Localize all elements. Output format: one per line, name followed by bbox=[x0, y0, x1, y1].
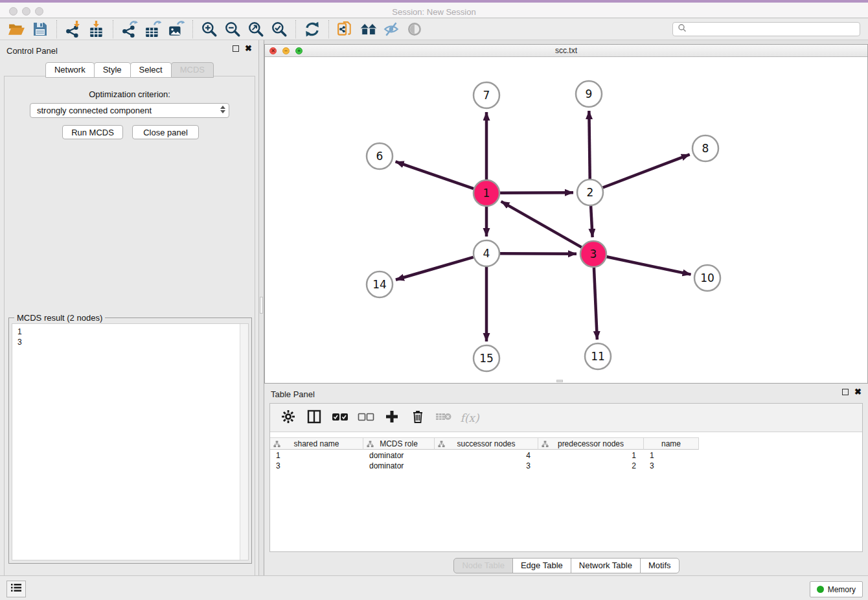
zoom-in-button[interactable] bbox=[198, 19, 221, 39]
panel-divider[interactable] bbox=[259, 40, 264, 575]
graph-edge-3-1[interactable] bbox=[501, 202, 582, 248]
table-settings-button[interactable] bbox=[280, 410, 296, 426]
column-header-name[interactable]: name bbox=[644, 437, 699, 450]
delete-table-button[interactable] bbox=[436, 410, 451, 426]
create-column-button[interactable] bbox=[384, 410, 400, 426]
graph-edge-4-3[interactable] bbox=[500, 253, 577, 254]
zoom-out-button[interactable] bbox=[221, 19, 244, 39]
graph-node-label: 3 bbox=[590, 248, 597, 260]
graph-edge-3-11[interactable] bbox=[594, 268, 597, 340]
zoom-fit-button[interactable] bbox=[244, 19, 268, 39]
column-header-successor-nodes[interactable]: successor nodes bbox=[435, 437, 538, 450]
table-tabs: Node TableEdge TableNetwork TableMotifs bbox=[264, 558, 868, 573]
tab-mcds[interactable]: MCDS bbox=[171, 62, 214, 78]
zoom-out-icon bbox=[224, 21, 241, 38]
hide-selected-button[interactable] bbox=[380, 19, 404, 39]
tab-edge-table[interactable]: Edge Table bbox=[512, 558, 571, 573]
import-table-button[interactable] bbox=[85, 19, 108, 39]
panel-divider-handle[interactable] bbox=[260, 297, 263, 314]
tab-node-table[interactable]: Node Table bbox=[453, 558, 513, 573]
search-icon bbox=[677, 23, 687, 36]
select-all-rows-button[interactable] bbox=[332, 410, 348, 426]
graph-node-label: 2 bbox=[587, 186, 594, 199]
column-header-MCDS-role[interactable]: MCDS role bbox=[363, 437, 435, 450]
control-panel: Control Panel ✖ NetworkStyleSelectMCDS O… bbox=[0, 40, 259, 575]
table-row[interactable]: 1dominator411 bbox=[270, 450, 862, 461]
task-history-button[interactable] bbox=[6, 581, 26, 597]
column-label: MCDS role bbox=[380, 439, 418, 448]
zoom-selected-button[interactable] bbox=[268, 19, 291, 39]
network-window-titlebar[interactable]: ✕ − + scc.txt bbox=[265, 45, 867, 57]
tab-select[interactable]: Select bbox=[130, 62, 172, 78]
mcds-result-box: MCDS result (2 nodes) 13 bbox=[8, 317, 252, 564]
save-icon bbox=[32, 21, 48, 37]
mcds-result-title: MCDS result (2 nodes) bbox=[14, 313, 105, 323]
tab-network-table[interactable]: Network Table bbox=[571, 558, 641, 573]
columns-icon bbox=[307, 410, 321, 426]
open-session-button[interactable] bbox=[5, 19, 29, 39]
eye-slash-icon bbox=[383, 21, 400, 38]
column-header-predecessor-nodes[interactable]: predecessor nodes bbox=[538, 437, 644, 450]
memory-button[interactable]: Memory bbox=[810, 581, 863, 597]
refresh-button[interactable] bbox=[301, 19, 324, 39]
close-panel-icon[interactable]: ✖ bbox=[854, 389, 862, 395]
table-body: 1dominator4113dominator323 bbox=[270, 450, 862, 551]
graph-node-label: 6 bbox=[376, 150, 383, 163]
table-toolbar: f(x) bbox=[270, 404, 862, 432]
home-icon bbox=[360, 21, 378, 37]
table-row[interactable]: 3dominator323 bbox=[270, 461, 862, 471]
result-scrollbar[interactable] bbox=[240, 324, 248, 560]
export-network-button[interactable] bbox=[118, 19, 141, 39]
export-image-button[interactable] bbox=[165, 19, 188, 39]
checked-boxes-icon bbox=[332, 411, 348, 424]
run-mcds-button[interactable]: Run MCDS bbox=[62, 125, 123, 139]
network-canvas[interactable]: 7968124314101511 bbox=[265, 57, 867, 383]
function-builder-button[interactable]: f(x) bbox=[462, 410, 477, 426]
graph-edge-1-2[interactable] bbox=[500, 192, 573, 193]
graph-node-label: 7 bbox=[483, 89, 490, 102]
tab-style[interactable]: Style bbox=[94, 62, 131, 78]
status-bar: Memory bbox=[0, 575, 868, 600]
float-panel-icon[interactable] bbox=[842, 389, 849, 395]
import-network-button[interactable] bbox=[62, 19, 85, 39]
toolbar-separator bbox=[113, 20, 113, 38]
column-header-shared-name[interactable]: shared name bbox=[270, 437, 363, 450]
dropdown-value: strongly connected component bbox=[37, 106, 152, 115]
cell-predecessor-nodes: 2 bbox=[538, 461, 644, 471]
graph-node-label: 9 bbox=[586, 87, 593, 100]
search-input[interactable] bbox=[687, 25, 860, 34]
home-layout-button[interactable] bbox=[357, 19, 380, 39]
save-session-button[interactable] bbox=[29, 19, 52, 39]
optimization-criterion-select[interactable]: strongly connected component bbox=[30, 103, 229, 118]
cell-successor-nodes: 4 bbox=[435, 450, 538, 461]
graph-edge-4-14[interactable] bbox=[396, 257, 474, 280]
export-table-button[interactable] bbox=[141, 19, 165, 39]
graph-edge-3-10[interactable] bbox=[607, 257, 691, 274]
memory-status-icon bbox=[817, 586, 824, 593]
network-window-title: scc.txt bbox=[265, 45, 867, 56]
toolbar-separator bbox=[295, 20, 296, 38]
graph-edge-2-3[interactable] bbox=[591, 206, 593, 237]
mcds-result-list[interactable]: 13 bbox=[12, 323, 249, 560]
canvas-resize-handle[interactable] bbox=[556, 380, 563, 382]
tab-motifs[interactable]: Motifs bbox=[640, 558, 680, 573]
tab-network[interactable]: Network bbox=[45, 62, 95, 78]
search-field[interactable] bbox=[672, 22, 860, 36]
close-panel-button[interactable]: Close panel bbox=[132, 125, 199, 139]
show-column-panel-button[interactable] bbox=[306, 410, 322, 426]
close-panel-icon[interactable]: ✖ bbox=[245, 45, 252, 52]
delete-column-button[interactable] bbox=[410, 410, 426, 426]
network-graph[interactable]: 7968124314101511 bbox=[265, 57, 867, 383]
toolbar-separator bbox=[192, 20, 193, 38]
deselect-all-rows-button[interactable] bbox=[358, 410, 374, 426]
cell-MCDS-role: dominator bbox=[363, 461, 435, 471]
graph-edge-2-8[interactable] bbox=[603, 154, 690, 187]
graph-edge-1-6[interactable] bbox=[396, 161, 474, 189]
clone-network-button[interactable] bbox=[334, 19, 357, 39]
export-image-icon bbox=[168, 21, 185, 38]
open-folder-icon bbox=[8, 21, 25, 37]
float-panel-icon[interactable] bbox=[233, 45, 239, 52]
show-all-button[interactable] bbox=[404, 19, 427, 39]
graph-edge-2-9[interactable] bbox=[589, 111, 589, 179]
graph-node-label: 4 bbox=[483, 247, 490, 260]
